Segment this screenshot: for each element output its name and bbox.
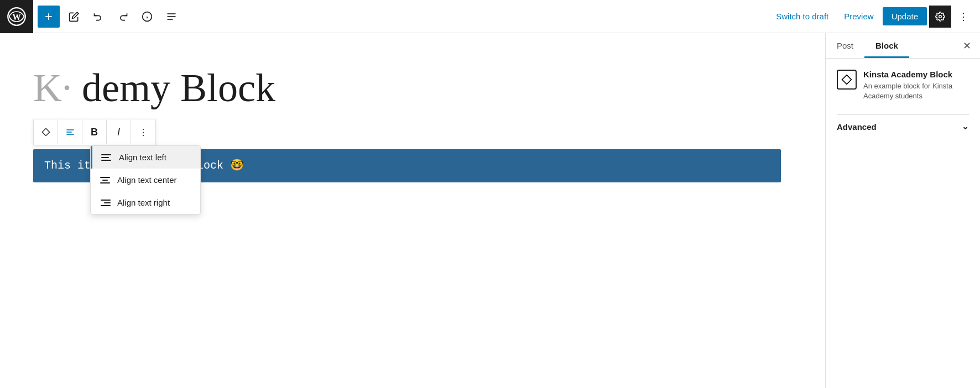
main-layout: K· demy Block B I ⋮ T <box>0 33 980 388</box>
block-name: Kinsta Academy Block <box>863 70 969 79</box>
italic-button[interactable]: I <box>107 120 131 144</box>
align-left-label: Align text left <box>119 153 166 162</box>
block-title: K· demy Block <box>33 66 792 110</box>
bold-button[interactable]: B <box>82 120 107 144</box>
top-toolbar: W + Swit <box>0 0 980 33</box>
block-info-text: Kinsta Academy Block An example block fo… <box>863 70 969 101</box>
settings-button[interactable] <box>929 6 951 28</box>
align-right-icon <box>100 200 111 206</box>
alignment-dropdown: Align text left Align text center Align … <box>90 145 201 214</box>
block-description: An example block for Kinsta Academy stud… <box>863 81 969 101</box>
align-left-icon <box>101 154 112 161</box>
right-sidebar: Post Block ✕ Kinsta Academy Block An exa… <box>825 33 980 388</box>
sidebar-tabs: Post Block ✕ <box>826 33 980 59</box>
sidebar-close-button[interactable]: ✕ <box>958 38 976 54</box>
tab-post[interactable]: Post <box>826 33 864 58</box>
redo-button[interactable] <box>113 7 133 27</box>
align-center-option[interactable]: Align text center <box>91 169 200 191</box>
block-info: Kinsta Academy Block An example block fo… <box>837 70 969 101</box>
more-rich-text-button[interactable]: ⋮ <box>131 120 155 144</box>
list-view-button[interactable] <box>161 7 181 27</box>
more-options-button[interactable]: ⋮ <box>953 7 973 27</box>
info-button[interactable] <box>137 7 157 27</box>
wp-logo: W <box>0 0 33 33</box>
editor-area: K· demy Block B I ⋮ T <box>0 33 825 388</box>
sidebar-block-content: Kinsta Academy Block An example block fo… <box>826 59 980 388</box>
title-main: demy Block <box>82 66 275 110</box>
align-right-option[interactable]: Align text right <box>91 191 200 214</box>
svg-point-8 <box>939 15 942 18</box>
block-type-button[interactable] <box>34 120 58 144</box>
tab-block[interactable]: Block <box>864 33 909 58</box>
title-partial: K· <box>33 66 72 110</box>
switch-to-draft-button[interactable]: Switch to draft <box>769 8 835 24</box>
update-button[interactable]: Update <box>883 7 927 25</box>
svg-marker-9 <box>42 128 49 135</box>
align-right-label: Align text right <box>117 198 170 207</box>
align-center-label: Align text center <box>117 175 177 185</box>
block-type-icon <box>837 70 857 90</box>
toolbar-right: Switch to draft Preview Update ⋮ <box>769 6 973 28</box>
preview-button[interactable]: Preview <box>837 8 880 24</box>
edit-mode-button[interactable] <box>64 7 84 27</box>
align-center-icon <box>100 177 111 183</box>
svg-text:W: W <box>12 12 21 21</box>
align-left-option[interactable]: Align text left <box>91 146 200 169</box>
svg-marker-13 <box>842 75 852 85</box>
add-block-button[interactable]: + <box>38 6 60 28</box>
chevron-down-icon: ⌄ <box>962 122 969 132</box>
undo-button[interactable] <box>88 7 108 27</box>
block-formatting-toolbar: B I ⋮ <box>33 119 156 145</box>
advanced-section[interactable]: Advanced ⌄ <box>837 114 969 138</box>
align-text-button[interactable] <box>58 120 82 144</box>
advanced-label: Advanced <box>837 122 877 132</box>
